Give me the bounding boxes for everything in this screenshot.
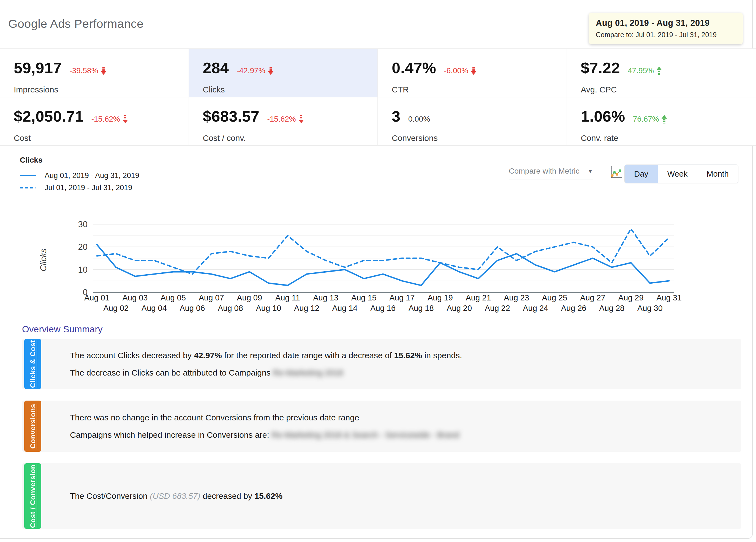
kpi-label: Avg. CPC (581, 85, 756, 94)
kpi-card-cost[interactable]: $2,050.71-15.62%Cost (0, 97, 189, 146)
kpi-card-conv-rate[interactable]: 1.06%76.67%Conv. rate (567, 97, 756, 146)
kpi-label: Impressions (14, 85, 189, 94)
svg-text:Aug 20: Aug 20 (447, 304, 472, 312)
svg-text:Aug 18: Aug 18 (409, 304, 434, 312)
svg-text:Aug 24: Aug 24 (523, 304, 548, 312)
summary-card-cost-conversion: Cost / Conversion The Cost/Conversion (U… (22, 463, 741, 529)
summary-tab-conversions: Conversions (24, 400, 41, 452)
chevron-down-icon: ▼ (588, 168, 593, 175)
svg-text:Aug 07: Aug 07 (199, 293, 224, 302)
kpi-grid: 59,917-39.58%Impressions284-42.97%Clicks… (0, 48, 756, 146)
clicks-line-chart[interactable]: 0102030ClicksAug 01Aug 02Aug 03Aug 04Aug… (0, 212, 756, 322)
kpi-delta: -15.62% (267, 115, 304, 124)
summary-text: Campaigns which helped increase in Conve… (70, 430, 741, 440)
svg-text:Aug 17: Aug 17 (389, 293, 415, 302)
svg-text:Aug 22: Aug 22 (485, 304, 510, 312)
summary-card-clicks-cost: Clicks & Cost The account Clicks decreas… (22, 339, 741, 389)
svg-text:Aug 03: Aug 03 (123, 293, 148, 302)
kpi-delta: -39.58% (69, 66, 106, 75)
kpi-delta: -6.00% (444, 66, 477, 75)
svg-text:Aug 14: Aug 14 (332, 304, 358, 312)
dashboard-page: Google Ads Performance Aug 01, 2019 - Au… (0, 0, 753, 539)
granularity-day-button[interactable]: Day (625, 165, 658, 183)
dashed-line-swatch (20, 187, 36, 189)
svg-text:Aug 12: Aug 12 (294, 304, 319, 312)
summary-tab-clicks-cost: Clicks & Cost (24, 339, 41, 389)
granularity-month-button[interactable]: Month (697, 165, 738, 183)
svg-text:Aug 05: Aug 05 (161, 293, 186, 302)
legend-item-previous: Jul 01, 2019 - Jul 31, 2019 (20, 182, 139, 194)
date-range-value: Aug 01, 2019 - Aug 31, 2019 (596, 18, 740, 28)
overview-summary-heading: Overview Summary (22, 324, 741, 334)
compare-date-range: Compare to: Jul 01, 2019 - Jul 31, 2019 (596, 31, 740, 39)
svg-text:Aug 31: Aug 31 (656, 293, 682, 302)
kpi-card-impressions[interactable]: 59,917-39.58%Impressions (0, 49, 189, 97)
kpi-label: Conv. rate (581, 134, 756, 143)
trend-down-icon (268, 67, 274, 75)
granularity-toggle: DayWeekMonth (624, 165, 738, 183)
summary-card-conversions: Conversions There was no change in the a… (22, 400, 741, 452)
svg-text:Aug 09: Aug 09 (237, 293, 262, 302)
svg-text:Aug 30: Aug 30 (637, 304, 663, 312)
kpi-value: $2,050.71 (14, 107, 84, 125)
kpi-value: 284 (203, 59, 229, 77)
kpi-card-cost-conv[interactable]: $683.57-15.62%Cost / conv. (189, 97, 378, 146)
granularity-week-button[interactable]: Week (658, 165, 697, 183)
summary-text: The decrease in Clicks can be attributed… (70, 367, 741, 378)
kpi-delta: -42.97% (236, 66, 273, 75)
svg-text:Aug 13: Aug 13 (313, 293, 338, 302)
svg-text:Aug 21: Aug 21 (466, 293, 491, 302)
svg-text:Aug 26: Aug 26 (561, 304, 586, 312)
date-range-picker[interactable]: Aug 01, 2019 - Aug 31, 2019 Compare to: … (589, 13, 743, 44)
solid-line-swatch (20, 175, 36, 176)
svg-text:Aug 04: Aug 04 (142, 304, 167, 312)
svg-text:Aug 27: Aug 27 (580, 293, 605, 302)
kpi-label: Clicks (203, 85, 378, 94)
line-chart-icon[interactable] (609, 165, 623, 181)
svg-text:Aug 02: Aug 02 (103, 304, 129, 312)
svg-text:Aug 08: Aug 08 (218, 304, 243, 312)
trend-down-icon (122, 115, 128, 124)
kpi-delta: 0.00% (408, 115, 430, 124)
kpi-label: Cost / conv. (203, 134, 378, 143)
kpi-delta: 47.95% (628, 66, 662, 75)
trend-up-icon (661, 115, 667, 124)
kpi-card-conversions[interactable]: 30.00%Conversions (378, 97, 567, 146)
kpi-value: 0.47% (392, 59, 436, 77)
compare-with-metric-dropdown[interactable]: Compare with Metric ▼ (509, 167, 593, 179)
chart-legend: Aug 01, 2019 - Aug 31, 2019 Jul 01, 2019… (20, 170, 139, 194)
kpi-delta: -15.62% (91, 115, 128, 124)
kpi-label: CTR (392, 85, 567, 94)
svg-text:Aug 29: Aug 29 (618, 293, 644, 302)
kpi-label: Cost (14, 134, 189, 143)
overview-summary-section: Overview Summary Clicks & Cost The accou… (22, 324, 741, 529)
kpi-value: 59,917 (14, 59, 62, 77)
legend-item-current: Aug 01, 2019 - Aug 31, 2019 (20, 170, 139, 182)
trend-down-icon (471, 67, 477, 75)
trend-up-icon (656, 67, 662, 75)
svg-text:20: 20 (78, 242, 88, 252)
trend-down-icon (100, 67, 107, 75)
svg-text:Clicks: Clicks (39, 249, 48, 271)
kpi-value: 3 (392, 107, 401, 125)
svg-text:Aug 16: Aug 16 (370, 304, 396, 312)
svg-text:30: 30 (78, 220, 88, 229)
kpi-card-ctr[interactable]: 0.47%-6.00%CTR (378, 49, 567, 97)
kpi-value: $683.57 (203, 107, 260, 125)
kpi-card-avg-cpc[interactable]: $7.2247.95%Avg. CPC (567, 49, 756, 97)
svg-text:Aug 28: Aug 28 (599, 304, 624, 312)
svg-text:Aug 11: Aug 11 (275, 293, 300, 302)
svg-text:Aug 15: Aug 15 (351, 293, 377, 302)
svg-text:10: 10 (78, 265, 88, 274)
svg-text:Aug 01: Aug 01 (84, 293, 110, 302)
svg-text:Aug 23: Aug 23 (504, 293, 529, 302)
kpi-delta: 76.67% (633, 115, 667, 124)
kpi-value: 1.06% (581, 107, 625, 125)
summary-tab-cost-conversion: Cost / Conversion (24, 463, 41, 529)
summary-text: The account Clicks decreased by 42.97% f… (70, 350, 741, 361)
trend-down-icon (298, 115, 304, 124)
svg-text:Aug 19: Aug 19 (428, 293, 453, 302)
svg-text:Aug 25: Aug 25 (542, 293, 567, 302)
kpi-card-clicks[interactable]: 284-42.97%Clicks (189, 49, 378, 97)
kpi-value: $7.22 (581, 59, 620, 77)
